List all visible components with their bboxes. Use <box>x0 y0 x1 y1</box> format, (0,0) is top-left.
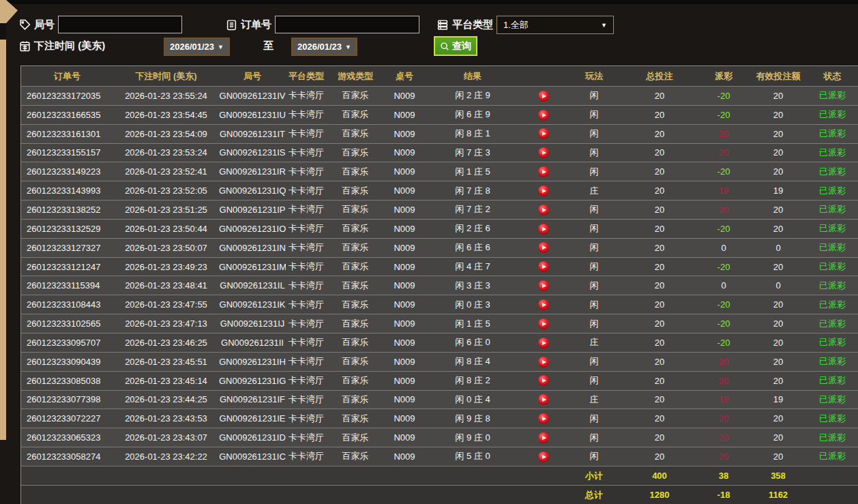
play-icon[interactable] <box>538 451 549 462</box>
platform-type-cell: 卡卡湾厅 <box>286 203 327 216</box>
table-row[interactable]: 260123233155157 2026-01-23 23:53:24 GN00… <box>21 143 858 162</box>
table-row[interactable]: 260123233058274 2026-01-23 23:42:22 GN00… <box>21 447 858 466</box>
subtotal-payout: 38 <box>698 471 750 481</box>
game-type-cell: 百家乐 <box>327 222 384 235</box>
play-icon[interactable] <box>538 205 549 216</box>
table-number-cell: N009 <box>384 376 425 386</box>
replay-cell <box>520 90 567 102</box>
replay-cell <box>520 356 567 368</box>
play-icon[interactable] <box>538 110 549 121</box>
play-icon[interactable] <box>538 413 549 424</box>
date-from-select[interactable]: 2026/01/23 ▼ <box>164 38 230 56</box>
replay-cell <box>520 109 567 121</box>
result-cell: 闲 6 庄 6 <box>425 241 520 254</box>
valid-bet-cell: 20 <box>750 262 807 272</box>
status-badge: 已派彩 <box>807 450 858 462</box>
payout-cell: -20 <box>698 110 750 120</box>
table-row[interactable]: 260123233143993 2026-01-23 23:52:05 GN00… <box>21 181 858 200</box>
table-number-cell: N009 <box>384 451 425 462</box>
table-row[interactable]: 260123233090439 2026-01-23 23:45:51 GN00… <box>21 352 858 371</box>
table-row[interactable]: 260123233095707 2026-01-23 23:46:25 GN00… <box>21 333 858 352</box>
game-type-cell: 百家乐 <box>327 374 384 387</box>
total-bet-cell: 20 <box>621 338 698 348</box>
play-icon[interactable] <box>538 147 549 158</box>
play-icon[interactable] <box>538 318 549 329</box>
play-icon[interactable] <box>538 280 549 291</box>
game-type-cell: 百家乐 <box>327 203 384 216</box>
subtotal-label: 小计 <box>567 470 621 482</box>
play-icon[interactable] <box>538 261 549 272</box>
replay-cell <box>520 432 567 443</box>
table-row[interactable]: 260123233161301 2026-01-23 23:54:09 GN00… <box>21 124 858 143</box>
play-icon[interactable] <box>538 394 549 405</box>
table-row[interactable]: 260123233172035 2026-01-23 23:55:24 GN00… <box>21 86 858 105</box>
table-row[interactable]: 260123233149223 2026-01-23 23:52:41 GN00… <box>21 162 858 181</box>
payout-cell: 20 <box>698 129 750 139</box>
bet-time-cell: 2026-01-23 23:53:24 <box>113 147 219 158</box>
platform-type-cell: 卡卡湾厅 <box>286 108 327 121</box>
play-icon[interactable] <box>538 242 549 253</box>
table-row[interactable]: 260123233132529 2026-01-23 23:50:44 GN00… <box>21 219 858 238</box>
total-bet-cell: 20 <box>621 147 698 158</box>
table-row[interactable]: 260123233072227 2026-01-23 23:43:53 GN00… <box>21 409 858 428</box>
replay-cell <box>520 261 567 273</box>
search-button-label: 查询 <box>452 40 471 53</box>
play-icon[interactable] <box>538 224 549 235</box>
replay-cell <box>520 413 567 424</box>
bet-type-cell: 闲 <box>567 241 621 254</box>
table-row[interactable]: 260123233065323 2026-01-23 23:43:07 GN00… <box>21 428 858 447</box>
bet-time-cell: 2026-01-23 23:43:07 <box>113 432 219 443</box>
bet-time-cell: 2026-01-23 23:48:41 <box>113 280 219 291</box>
table-row[interactable]: 260123233127327 2026-01-23 23:50:07 GN00… <box>21 238 858 257</box>
payout-cell: -20 <box>698 262 750 272</box>
play-icon[interactable] <box>538 432 549 443</box>
round-number-input[interactable] <box>58 16 182 33</box>
order-number-cell: 260123233072227 <box>21 413 113 424</box>
total-bet-cell: 20 <box>621 394 698 404</box>
table-row[interactable]: 260123233102565 2026-01-23 23:47:13 GN00… <box>21 314 858 333</box>
play-icon[interactable] <box>538 128 549 139</box>
table-row[interactable]: 260123233085038 2026-01-23 23:45:14 GN00… <box>21 371 858 390</box>
betting-records-page: 局号 订单号 平台类型 1.全部 ▼ 下注时间 (美东) 2026/01/23 … <box>0 0 858 504</box>
play-icon[interactable] <box>538 299 549 310</box>
valid-bet-cell: 20 <box>750 338 807 348</box>
total-bet-cell: 20 <box>621 451 698 462</box>
total-bet-cell: 20 <box>621 110 698 120</box>
payout-cell: -20 <box>698 224 750 234</box>
subtotal-row: 小计 400 38 358 <box>21 466 858 485</box>
total-bet-cell: 20 <box>621 186 698 196</box>
header-round-number: 局号 <box>219 70 286 83</box>
play-icon[interactable] <box>538 357 549 368</box>
total-bet-cell: 20 <box>621 357 698 367</box>
play-icon[interactable] <box>538 338 549 349</box>
table-row[interactable]: 260123233108443 2026-01-23 23:47:55 GN00… <box>21 295 858 314</box>
payout-cell: -20 <box>698 338 750 348</box>
play-icon[interactable] <box>538 186 549 196</box>
payout-cell: 20 <box>698 376 750 386</box>
order-number-input[interactable] <box>275 16 419 33</box>
table-row[interactable]: 260123233077398 2026-01-23 23:44:25 GN00… <box>21 390 858 409</box>
play-icon[interactable] <box>538 166 549 177</box>
platform-type-select[interactable]: 1.全部 ▼ <box>497 16 614 34</box>
table-number-cell: N009 <box>384 186 425 196</box>
table-row[interactable]: 260123233138252 2026-01-23 23:51:25 GN00… <box>21 200 858 219</box>
valid-bet-cell: 20 <box>750 110 807 120</box>
table-row[interactable]: 260123233115394 2026-01-23 23:48:41 GN00… <box>21 276 858 295</box>
table-number-cell: N009 <box>384 338 425 348</box>
total-bet-cell: 20 <box>621 432 698 443</box>
bet-type-cell: 闲 <box>567 108 621 121</box>
date-to-select[interactable]: 2026/01/23 ▼ <box>291 38 357 56</box>
table-row[interactable]: 260123233121247 2026-01-23 23:49:23 GN00… <box>21 257 858 276</box>
result-cell: 闲 7 庄 8 <box>425 185 520 197</box>
total-bet-cell: 20 <box>621 376 698 386</box>
round-number-cell: GN009261231IQ <box>219 186 286 196</box>
play-icon[interactable] <box>538 91 549 102</box>
table-row[interactable]: 260123233166535 2026-01-23 23:54:45 GN00… <box>21 105 858 124</box>
result-cell: 闲 6 庄 0 <box>425 336 520 349</box>
valid-bet-cell: 0 <box>750 243 807 253</box>
table-number-cell: N009 <box>384 147 425 158</box>
status-badge: 已派彩 <box>807 394 858 406</box>
search-button[interactable]: 查询 <box>434 36 477 56</box>
play-icon[interactable] <box>538 375 549 386</box>
status-badge: 已派彩 <box>807 222 858 235</box>
